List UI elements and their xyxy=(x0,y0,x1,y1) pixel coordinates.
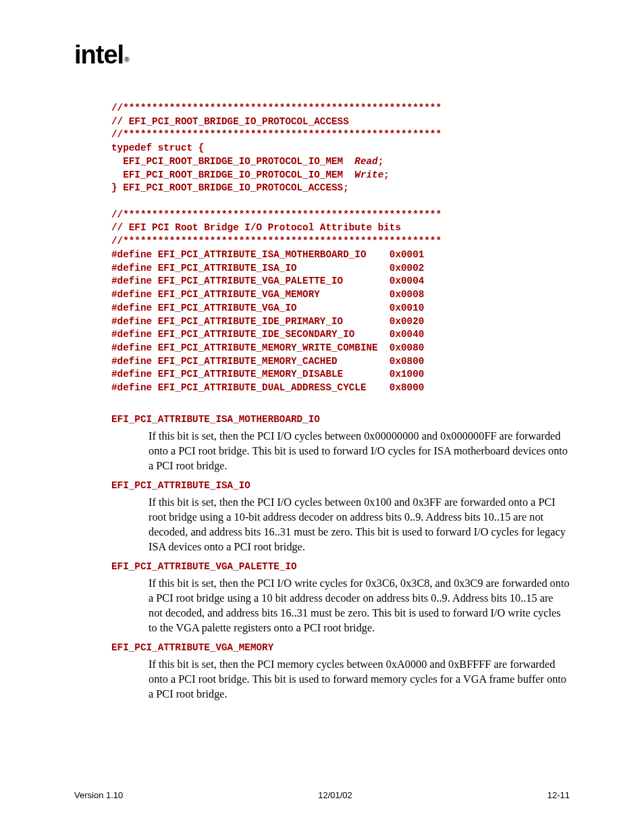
attr-text: If this bit is set, then the PCI I/O cyc… xyxy=(149,495,570,554)
attr-text: If this bit is set, then the PCI memory … xyxy=(149,657,570,702)
attr-name: EFI_PCI_ATTRIBUTE_ISA_MOTHERBOARD_IO xyxy=(111,414,570,425)
attr-text: If this bit is set, then the PCI I/O wri… xyxy=(149,576,570,635)
attr-text: If this bit is set, then the PCI I/O cyc… xyxy=(149,429,570,473)
footer-date: 12/01/02 xyxy=(318,790,352,800)
intel-logo: intel® xyxy=(74,41,570,70)
footer-page-number: 12-11 xyxy=(547,790,570,800)
code-block: //**************************************… xyxy=(111,102,570,395)
attribute-descriptions: EFI_PCI_ATTRIBUTE_ISA_MOTHERBOARD_IO If … xyxy=(111,414,570,702)
attr-name: EFI_PCI_ATTRIBUTE_VGA_MEMORY xyxy=(111,642,570,653)
footer-version: Version 1.10 xyxy=(74,790,123,800)
attr-name: EFI_PCI_ATTRIBUTE_ISA_IO xyxy=(111,480,570,491)
page-footer: Version 1.10 12/01/02 12-11 xyxy=(74,790,570,800)
attr-name: EFI_PCI_ATTRIBUTE_VGA_PALETTE_IO xyxy=(111,561,570,572)
document-page: intel® //*******************************… xyxy=(0,0,644,834)
